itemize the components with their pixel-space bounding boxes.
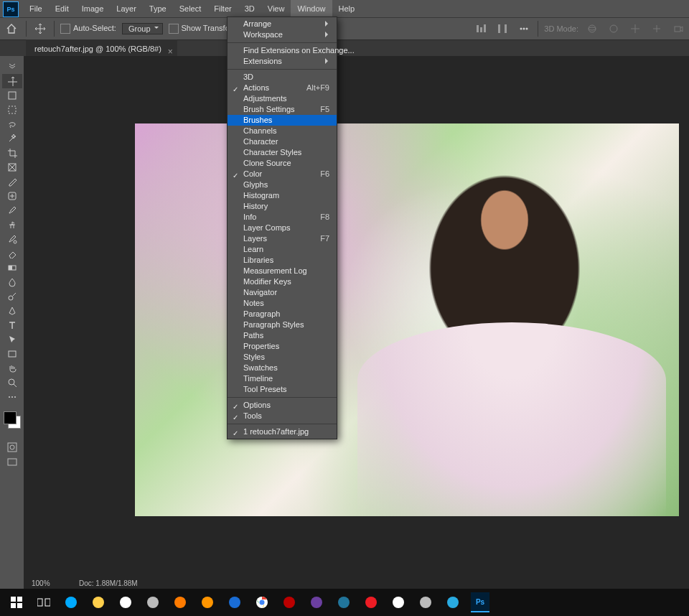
menu-item-paths[interactable]: Paths — [228, 330, 337, 341]
home-icon[interactable] — [3, 20, 20, 37]
menu-item-histogram[interactable]: Histogram — [228, 190, 337, 201]
tool-magic-wand[interactable] — [2, 131, 22, 146]
menu-window[interactable]: Window — [291, 0, 332, 17]
tool-history-brush[interactable] — [2, 232, 22, 246]
menu-item-layer-comps[interactable]: Layer Comps — [228, 223, 337, 233]
move-tool-icon[interactable] — [32, 21, 48, 37]
menu-file[interactable]: File — [23, 0, 49, 17]
menu-item-swatches[interactable]: Swatches — [228, 363, 337, 373]
taskbar-file-explorer-icon[interactable] — [85, 589, 112, 616]
menu-select[interactable]: Select — [173, 0, 208, 17]
menu-3d[interactable]: 3D — [238, 0, 261, 17]
tool-healing[interactable] — [2, 189, 22, 203]
taskbar-photoshop-icon[interactable]: Ps — [467, 589, 494, 616]
menu-item-glyphs[interactable]: Glyphs — [228, 179, 337, 190]
menu-layer[interactable]: Layer — [110, 0, 143, 17]
taskbar-start-icon[interactable] — [3, 589, 30, 616]
distribute-icon[interactable] — [495, 21, 510, 37]
tool-blur[interactable] — [2, 275, 22, 289]
3d-camera-icon[interactable] — [670, 21, 686, 37]
tool-text[interactable] — [2, 318, 22, 332]
tool-move[interactable] — [2, 74, 22, 88]
taskbar-safari-icon[interactable] — [439, 589, 467, 616]
tool-crop[interactable] — [2, 146, 22, 160]
tool-rectangle[interactable] — [2, 347, 22, 361]
auto-select-checkbox[interactable]: Auto-Select: — [60, 24, 116, 34]
menu-item-brushes[interactable]: Brushes — [228, 115, 337, 126]
3d-pan-icon[interactable] — [627, 21, 643, 37]
menu-filter[interactable]: Filter — [207, 0, 238, 17]
tool-zoom[interactable] — [2, 375, 22, 390]
3d-slide-icon[interactable] — [649, 21, 665, 37]
menu-item-tool-presets[interactable]: Tool Presets — [228, 384, 337, 395]
tool-eyedropper[interactable] — [2, 174, 22, 189]
menu-help[interactable]: Help — [332, 0, 362, 17]
tool-brush[interactable] — [2, 203, 22, 218]
menu-item-arrange[interactable]: Arrange — [228, 19, 337, 29]
menu-item-properties[interactable]: Properties — [228, 341, 337, 352]
menu-item-find-extensions-on-exchange-[interactable]: Find Extensions on Exchange... — [228, 45, 337, 56]
menu-item-brush-settings[interactable]: Brush SettingsF5 — [228, 104, 337, 115]
menu-item-notes[interactable]: Notes — [228, 298, 337, 309]
taskbar-filezilla-icon[interactable] — [276, 589, 303, 616]
menu-item-1-retouch7after-jpg[interactable]: ✓1 retouch7after.jpg — [228, 426, 337, 437]
menu-item-character-styles[interactable]: Character Styles — [228, 147, 337, 158]
align-icon[interactable] — [473, 21, 489, 37]
menu-item-workspace[interactable]: Workspace — [228, 29, 337, 40]
taskbar-chrome-icon[interactable] — [248, 589, 276, 616]
menu-edit[interactable]: Edit — [49, 0, 75, 17]
menu-item-learn[interactable]: Learn — [228, 244, 337, 255]
tool-hand[interactable] — [2, 361, 22, 375]
menu-item-options[interactable]: ✓Options — [228, 400, 337, 411]
menu-item-timeline[interactable]: Timeline — [228, 373, 337, 384]
tool-dodge[interactable] — [2, 289, 22, 304]
menu-item-3d[interactable]: 3D — [228, 72, 337, 83]
menu-item-adjustments[interactable]: Adjustments — [228, 93, 337, 104]
menu-type[interactable]: Type — [143, 0, 173, 17]
3d-roll-icon[interactable] — [606, 21, 622, 37]
menu-item-modifier-keys[interactable]: Modifier Keys — [228, 276, 337, 287]
taskbar-malwarebytes-icon[interactable] — [221, 589, 248, 616]
tool-lasso[interactable] — [2, 117, 22, 131]
menu-view[interactable]: View — [261, 0, 291, 17]
taskbar-mail-icon[interactable] — [385, 589, 412, 616]
menu-item-styles[interactable]: Styles — [228, 352, 337, 363]
color-swatches[interactable] — [2, 410, 22, 430]
tool-marquee[interactable] — [2, 103, 22, 117]
tool-eraser[interactable] — [2, 246, 22, 261]
collapse-icon[interactable] — [2, 59, 22, 73]
canvas[interactable] — [24, 56, 689, 589]
foreground-color-swatch[interactable] — [4, 411, 17, 424]
tool-pen[interactable] — [2, 304, 22, 318]
tool-artboard[interactable] — [2, 88, 22, 103]
tool-clone[interactable] — [2, 218, 22, 232]
menu-item-paragraph[interactable]: Paragraph — [228, 309, 337, 319]
taskbar-wp-icon[interactable] — [330, 589, 357, 616]
tool-gradient[interactable] — [2, 261, 22, 275]
menu-item-libraries[interactable]: Libraries — [228, 255, 337, 266]
taskbar-vs-icon[interactable] — [303, 589, 330, 616]
taskbar-avast-icon[interactable] — [167, 589, 194, 616]
menu-item-layers[interactable]: LayersF7 — [228, 233, 337, 244]
menu-item-channels[interactable]: Channels — [228, 126, 337, 136]
menu-item-measurement-log[interactable]: Measurement Log — [228, 266, 337, 276]
menu-item-character[interactable]: Character — [228, 136, 337, 147]
menu-item-info[interactable]: InfoF8 — [228, 212, 337, 223]
menu-image[interactable]: Image — [75, 0, 111, 17]
menu-item-color[interactable]: ✓ColorF6 — [228, 169, 337, 179]
3d-orbit-icon[interactable] — [584, 21, 600, 37]
taskbar-task-view-icon[interactable] — [30, 589, 57, 616]
screen-mode-icon[interactable] — [2, 455, 22, 470]
menu-item-history[interactable]: History — [228, 201, 337, 212]
zoom-readout[interactable]: 100% — [32, 579, 50, 587]
menu-item-clone-source[interactable]: Clone Source — [228, 158, 337, 169]
taskbar-u-icon-icon[interactable] — [139, 589, 167, 616]
menu-item-tools[interactable]: ✓Tools — [228, 411, 337, 421]
taskbar-x-icon[interactable] — [412, 589, 439, 616]
tool-edit-toolbar[interactable] — [2, 390, 22, 404]
menu-item-actions[interactable]: ✓ActionsAlt+F9 — [228, 83, 337, 93]
taskbar-store-icon[interactable] — [112, 589, 139, 616]
menu-item-extensions[interactable]: Extensions — [228, 56, 337, 67]
taskbar-adobe-icon[interactable] — [357, 589, 385, 616]
menu-item-paragraph-styles[interactable]: Paragraph Styles — [228, 319, 337, 330]
